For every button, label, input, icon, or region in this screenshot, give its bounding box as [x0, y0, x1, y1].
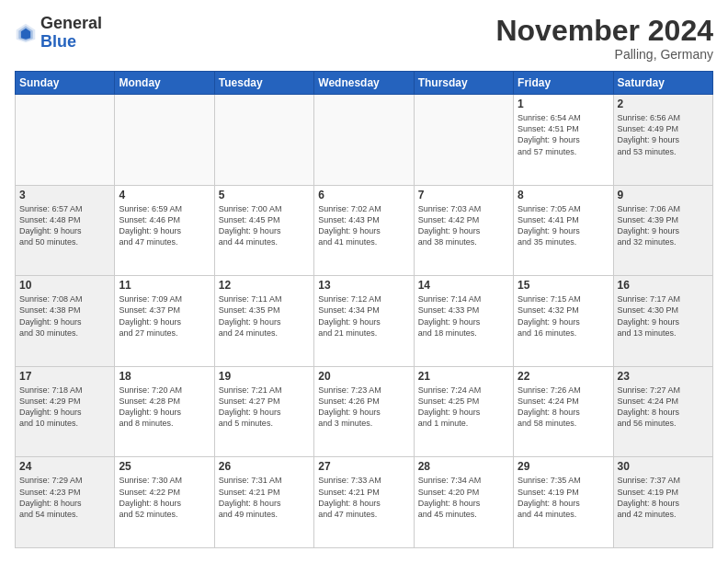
calendar-cell [314, 95, 414, 186]
logo-text: General Blue [40, 15, 102, 52]
day-number: 9 [618, 189, 709, 201]
calendar-cell: 1Sunrise: 6:54 AM Sunset: 4:51 PM Daylig… [514, 95, 613, 186]
day-number: 5 [219, 189, 310, 201]
calendar-week-row-2: 10Sunrise: 7:08 AM Sunset: 4:38 PM Dayli… [16, 276, 713, 367]
calendar-cell: 28Sunrise: 7:34 AM Sunset: 4:20 PM Dayli… [414, 457, 513, 548]
day-number: 24 [19, 460, 110, 473]
day-number: 7 [418, 189, 509, 201]
day-number: 11 [119, 279, 210, 292]
calendar-cell: 18Sunrise: 7:20 AM Sunset: 4:28 PM Dayli… [115, 366, 214, 457]
day-info: Sunrise: 6:57 AM Sunset: 4:48 PM Dayligh… [19, 203, 110, 248]
day-info: Sunrise: 7:27 AM Sunset: 4:24 PM Dayligh… [618, 385, 709, 430]
day-info: Sunrise: 7:33 AM Sunset: 4:21 PM Dayligh… [318, 475, 409, 520]
day-info: Sunrise: 7:11 AM Sunset: 4:35 PM Dayligh… [219, 293, 310, 339]
calendar-cell: 22Sunrise: 7:26 AM Sunset: 4:24 PM Dayli… [514, 366, 613, 457]
calendar-cell: 5Sunrise: 7:00 AM Sunset: 4:45 PM Daylig… [214, 185, 313, 276]
calendar-cell: 26Sunrise: 7:31 AM Sunset: 4:21 PM Dayli… [214, 457, 313, 548]
col-wednesday: Wednesday [314, 72, 414, 95]
col-sunday: Sunday [16, 72, 115, 95]
day-info: Sunrise: 7:26 AM Sunset: 4:24 PM Dayligh… [518, 385, 609, 430]
calendar-cell: 6Sunrise: 7:02 AM Sunset: 4:43 PM Daylig… [314, 185, 414, 276]
day-number: 29 [518, 460, 609, 473]
calendar-cell: 8Sunrise: 7:05 AM Sunset: 4:41 PM Daylig… [514, 185, 613, 276]
day-number: 25 [119, 460, 210, 473]
day-info: Sunrise: 6:59 AM Sunset: 4:46 PM Dayligh… [119, 203, 210, 248]
day-number: 4 [119, 189, 210, 201]
day-number: 26 [219, 460, 310, 473]
day-info: Sunrise: 7:17 AM Sunset: 4:30 PM Dayligh… [618, 293, 709, 339]
calendar-cell [115, 95, 214, 186]
calendar-cell: 12Sunrise: 7:11 AM Sunset: 4:35 PM Dayli… [214, 276, 313, 367]
calendar-cell: 17Sunrise: 7:18 AM Sunset: 4:29 PM Dayli… [16, 366, 115, 457]
calendar-cell [414, 95, 513, 186]
title-block: November 2024 Palling, Germany [495, 15, 713, 62]
day-info: Sunrise: 7:18 AM Sunset: 4:29 PM Dayligh… [19, 385, 110, 430]
day-number: 15 [518, 279, 609, 292]
col-monday: Monday [115, 72, 214, 95]
logo: General Blue [15, 15, 102, 52]
day-info: Sunrise: 7:05 AM Sunset: 4:41 PM Dayligh… [518, 203, 609, 248]
day-info: Sunrise: 7:21 AM Sunset: 4:27 PM Dayligh… [219, 385, 310, 430]
day-info: Sunrise: 7:15 AM Sunset: 4:32 PM Dayligh… [518, 293, 609, 339]
calendar-cell: 21Sunrise: 7:24 AM Sunset: 4:25 PM Dayli… [414, 366, 513, 457]
day-info: Sunrise: 7:24 AM Sunset: 4:25 PM Dayligh… [418, 385, 509, 430]
day-number: 6 [318, 189, 409, 201]
day-info: Sunrise: 7:20 AM Sunset: 4:28 PM Dayligh… [119, 385, 210, 430]
calendar-cell: 30Sunrise: 7:37 AM Sunset: 4:19 PM Dayli… [613, 457, 712, 548]
day-info: Sunrise: 7:34 AM Sunset: 4:20 PM Dayligh… [418, 475, 509, 520]
location: Palling, Germany [495, 47, 713, 62]
calendar-cell: 27Sunrise: 7:33 AM Sunset: 4:21 PM Dayli… [314, 457, 414, 548]
calendar-cell: 25Sunrise: 7:30 AM Sunset: 4:22 PM Dayli… [115, 457, 214, 548]
day-number: 18 [119, 370, 210, 383]
calendar-cell: 19Sunrise: 7:21 AM Sunset: 4:27 PM Dayli… [214, 366, 313, 457]
day-number: 19 [219, 370, 310, 383]
day-info: Sunrise: 7:12 AM Sunset: 4:34 PM Dayligh… [318, 293, 409, 339]
col-friday: Friday [514, 72, 613, 95]
logo-general-text: General [40, 14, 102, 32]
header: General Blue November 2024 Palling, Germ… [15, 15, 713, 62]
calendar-cell: 4Sunrise: 6:59 AM Sunset: 4:46 PM Daylig… [115, 185, 214, 276]
day-info: Sunrise: 7:09 AM Sunset: 4:37 PM Dayligh… [119, 293, 210, 339]
day-info: Sunrise: 7:30 AM Sunset: 4:22 PM Dayligh… [119, 475, 210, 520]
day-number: 13 [318, 279, 409, 292]
day-info: Sunrise: 7:23 AM Sunset: 4:26 PM Dayligh… [318, 385, 409, 430]
logo-icon [15, 22, 37, 44]
day-number: 23 [618, 370, 709, 383]
calendar-cell: 23Sunrise: 7:27 AM Sunset: 4:24 PM Dayli… [613, 366, 712, 457]
calendar-cell: 29Sunrise: 7:35 AM Sunset: 4:19 PM Dayli… [514, 457, 613, 548]
calendar-table: Sunday Monday Tuesday Wednesday Thursday… [15, 71, 713, 548]
calendar-cell: 10Sunrise: 7:08 AM Sunset: 4:38 PM Dayli… [16, 276, 115, 367]
day-info: Sunrise: 6:56 AM Sunset: 4:49 PM Dayligh… [618, 112, 709, 157]
calendar-cell: 13Sunrise: 7:12 AM Sunset: 4:34 PM Dayli… [314, 276, 414, 367]
col-saturday: Saturday [613, 72, 712, 95]
day-number: 22 [518, 370, 609, 383]
calendar-cell: 15Sunrise: 7:15 AM Sunset: 4:32 PM Dayli… [514, 276, 613, 367]
calendar-cell: 24Sunrise: 7:29 AM Sunset: 4:23 PM Dayli… [16, 457, 115, 548]
calendar-cell: 3Sunrise: 6:57 AM Sunset: 4:48 PM Daylig… [16, 185, 115, 276]
day-number: 16 [618, 279, 709, 292]
day-info: Sunrise: 6:54 AM Sunset: 4:51 PM Dayligh… [518, 112, 609, 157]
day-info: Sunrise: 7:31 AM Sunset: 4:21 PM Dayligh… [219, 475, 310, 520]
day-number: 10 [19, 279, 110, 292]
day-info: Sunrise: 7:14 AM Sunset: 4:33 PM Dayligh… [418, 293, 509, 339]
calendar-cell: 11Sunrise: 7:09 AM Sunset: 4:37 PM Dayli… [115, 276, 214, 367]
day-info: Sunrise: 7:37 AM Sunset: 4:19 PM Dayligh… [618, 475, 709, 520]
col-tuesday: Tuesday [214, 72, 313, 95]
day-number: 12 [219, 279, 310, 292]
calendar-week-row-0: 1Sunrise: 6:54 AM Sunset: 4:51 PM Daylig… [16, 95, 713, 186]
col-thursday: Thursday [414, 72, 513, 95]
day-number: 8 [518, 189, 609, 201]
day-info: Sunrise: 7:08 AM Sunset: 4:38 PM Dayligh… [19, 293, 110, 339]
page: General Blue November 2024 Palling, Germ… [0, 0, 728, 563]
logo-blue-text: Blue [40, 32, 76, 51]
day-info: Sunrise: 7:00 AM Sunset: 4:45 PM Dayligh… [219, 203, 310, 248]
calendar-week-row-3: 17Sunrise: 7:18 AM Sunset: 4:29 PM Dayli… [16, 366, 713, 457]
day-number: 28 [418, 460, 509, 473]
day-number: 21 [418, 370, 509, 383]
day-number: 1 [518, 98, 609, 110]
day-info: Sunrise: 7:35 AM Sunset: 4:19 PM Dayligh… [518, 475, 609, 520]
calendar-week-row-4: 24Sunrise: 7:29 AM Sunset: 4:23 PM Dayli… [16, 457, 713, 548]
day-number: 27 [318, 460, 409, 473]
day-number: 3 [19, 189, 110, 201]
day-info: Sunrise: 7:06 AM Sunset: 4:39 PM Dayligh… [618, 203, 709, 248]
